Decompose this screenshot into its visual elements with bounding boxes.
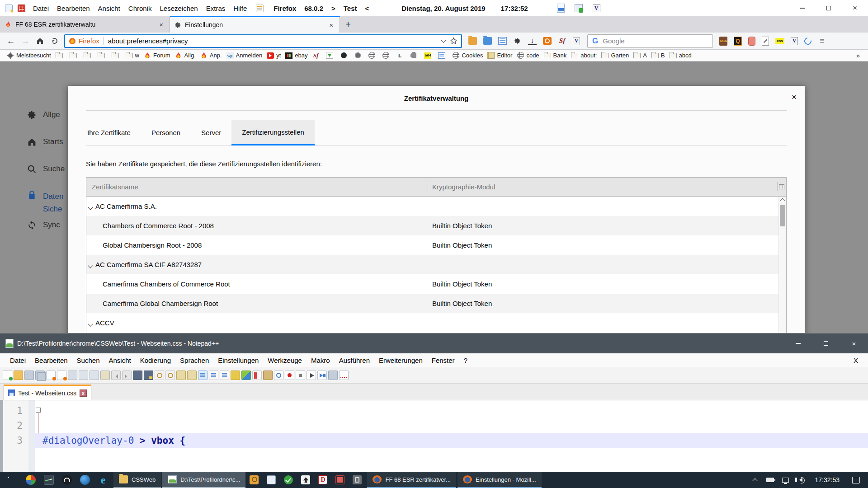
bookmark-item[interactable]: Meistbesucht (5, 50, 53, 61)
back-button[interactable]: ← (4, 34, 18, 48)
tab-close-icon[interactable]: × (157, 21, 165, 28)
quicklaunch-pie-app[interactable] (22, 472, 40, 488)
notepadpp-titlebar[interactable]: D:\Test\Profilordner\chrome\CSSWeb\Test … (0, 333, 868, 353)
tab-your-certificates[interactable]: Ihre Zertifikate (77, 120, 141, 145)
gear-toolbar-icon[interactable] (513, 37, 522, 45)
bookmark-item[interactable]: Garten (599, 50, 631, 61)
menu-item[interactable]: Chronik (124, 0, 156, 16)
bookmark-item[interactable] (366, 50, 380, 61)
quicklaunch-edge[interactable]: e (94, 472, 112, 488)
menu-item[interactable]: Ansicht (104, 357, 135, 364)
column-header-module[interactable]: Kryptographie-Modul (432, 183, 495, 191)
taskbar-button-firefox-1[interactable]: FF 68 ESR zertifikatver... (367, 472, 456, 488)
taskbar-screenshot[interactable] (349, 472, 366, 488)
maximize-button[interactable] (812, 333, 840, 353)
menu-item[interactable]: Einstellungen (213, 357, 263, 364)
toolbar-icon[interactable] (307, 371, 316, 380)
toolbar-icon[interactable] (3, 371, 12, 380)
toolbar-icon[interactable] (285, 371, 294, 380)
search-bar[interactable]: G Google (587, 34, 713, 48)
forward-button[interactable]: → (18, 34, 33, 48)
bookmark-item[interactable]: b64 (422, 50, 436, 61)
sidebar-item-search[interactable]: Suche (27, 164, 69, 174)
toolbar-icon[interactable] (14, 371, 23, 380)
bookmark-item[interactable]: Bank (542, 50, 569, 61)
tab-close-icon[interactable]: × (327, 21, 335, 29)
column-header-name[interactable]: Zertifikatsname (86, 183, 138, 191)
table-row[interactable]: Camerfirma Chambers of Commerce Root Bui… (86, 274, 778, 294)
menu-item[interactable]: Datei (5, 357, 30, 364)
downloads-icon[interactable]: ↓ (528, 37, 537, 45)
tray-volume[interactable] (794, 472, 808, 488)
taskbar-button-notepadpp[interactable]: D:\Test\Profilordner\c... (162, 472, 245, 488)
calc-addon-icon[interactable] (575, 4, 583, 12)
bookmark-item[interactable] (352, 50, 366, 61)
bookmark-item[interactable]: Cookies (450, 50, 485, 61)
edit-doc-addon-icon[interactable] (762, 37, 769, 46)
bookmark-item[interactable]: yt (264, 50, 283, 61)
table-addon-icon[interactable] (18, 5, 25, 12)
toolbar-icon[interactable] (209, 371, 218, 380)
toolbar-icon[interactable] (274, 371, 283, 380)
orange-addon-icon[interactable] (543, 37, 552, 45)
toolbar-icon[interactable] (165, 371, 175, 380)
close-button[interactable]: × (842, 0, 868, 16)
toolbar-icon[interactable] (122, 371, 132, 380)
scrollbar-thumb[interactable] (780, 205, 785, 226)
sidebar-item-general[interactable]: Allge (27, 110, 69, 120)
menu-item[interactable]: Bearbeiten (30, 357, 72, 364)
toolbar-icon[interactable] (328, 371, 338, 380)
folder-gold-icon[interactable] (468, 37, 477, 45)
folder-blue-icon[interactable] (483, 37, 492, 45)
bookmark-item[interactable] (109, 50, 123, 61)
table-row[interactable]: Chambers of Commerce Root - 2008 Builtin… (86, 216, 778, 235)
toolbar-icon[interactable] (144, 371, 153, 380)
tab-authorities[interactable]: Zertifizierungsstellen (231, 120, 315, 145)
bookmark-item[interactable]: Sf (310, 50, 324, 61)
bookmark-item[interactable] (95, 50, 109, 61)
toolbar-icon[interactable] (133, 371, 142, 380)
bookmark-star-icon[interactable] (450, 37, 458, 45)
action-center-icon[interactable] (852, 477, 860, 483)
table-row[interactable]: AC Camerfirma S.A. (86, 197, 778, 216)
toolbar-icon[interactable] (57, 371, 66, 380)
dialog-close-icon[interactable]: × (792, 92, 797, 102)
v-addon-icon-2[interactable]: V (791, 37, 798, 45)
table-scrollbar[interactable] (778, 197, 786, 338)
urlbar-dropdown-icon[interactable] (441, 38, 446, 42)
toolbar-icon[interactable] (46, 371, 56, 380)
bookmark-item[interactable] (67, 50, 81, 61)
menu-item[interactable]: Erweiterungen (374, 357, 427, 364)
toolbar-icon[interactable] (155, 371, 164, 380)
bookmark-item[interactable] (436, 50, 450, 61)
quicklaunch-m-app[interactable] (58, 472, 76, 488)
tray-battery[interactable] (764, 472, 777, 488)
document-close-x[interactable]: X (854, 357, 863, 364)
toolbar-icon[interactable] (231, 371, 240, 380)
bookmark-item[interactable]: wp Anmelden (224, 50, 265, 61)
menu-item[interactable]: Bearbeiten (53, 0, 94, 16)
bookmark-item[interactable] (338, 50, 352, 61)
menu-item[interactable]: Sprachen (175, 357, 213, 364)
toolbar-icon[interactable] (187, 371, 197, 380)
toolbar-icon[interactable] (68, 371, 77, 380)
toolbar-icon[interactable] (24, 371, 34, 380)
bookmark-item[interactable] (380, 50, 394, 61)
hamburger-menu-icon[interactable]: ≡ (818, 37, 826, 45)
menu-item[interactable]: Extras (202, 0, 230, 16)
toolbar-icon[interactable] (317, 371, 327, 380)
taskbar-spade-app[interactable] (297, 472, 314, 488)
taskbar-antivirus[interactable] (280, 472, 297, 488)
table-row[interactable]: Camerfirma Global Chambersign Root Built… (86, 294, 778, 313)
menu-item[interactable]: Suchen (72, 357, 104, 364)
url-bar[interactable]: Firefox about:preferences#privacy (64, 34, 462, 48)
menu-item[interactable]: Lesezeichen (156, 0, 202, 16)
sync-addon-icon[interactable] (803, 36, 813, 46)
taskbar-button-firefox-2[interactable]: Einstellungen - Mozill... (458, 472, 542, 488)
taskbar-keepass[interactable] (245, 472, 263, 488)
bookmark-item[interactable] (53, 50, 67, 61)
toolbar-icon[interactable] (35, 371, 45, 380)
reload-button[interactable] (47, 34, 61, 48)
bookmark-item[interactable]: about: (569, 50, 599, 61)
quicklaunch-thunderbird[interactable] (76, 472, 94, 488)
